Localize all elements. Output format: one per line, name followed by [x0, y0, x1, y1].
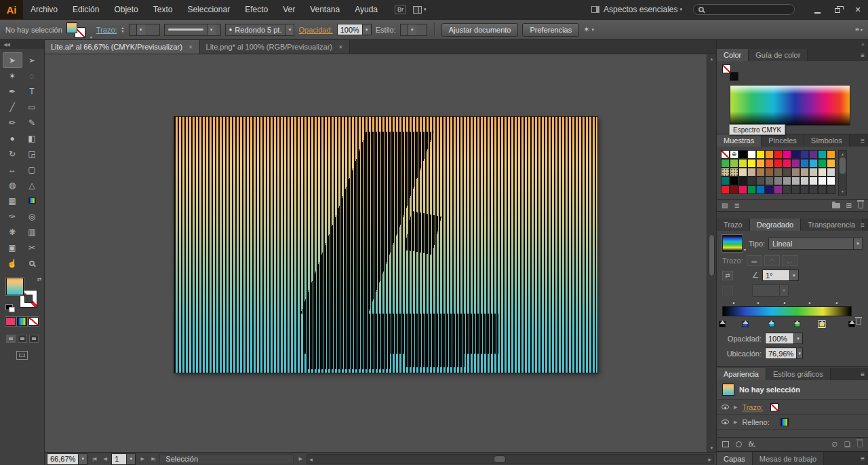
none-button[interactable]: [28, 317, 39, 326]
draw-behind-button[interactable]: [18, 335, 27, 343]
search-field[interactable]: [693, 4, 795, 15]
swatch[interactable]: [756, 176, 765, 185]
add-new-fill-icon[interactable]: [736, 441, 742, 447]
menu-seleccionar[interactable]: Seleccionar: [180, 0, 237, 20]
gradient-location-combo[interactable]: 76,96% ▾: [765, 348, 803, 359]
swatch[interactable]: [765, 168, 774, 176]
swatch[interactable]: [730, 185, 738, 194]
disclosure-triangle-icon[interactable]: ▶: [734, 405, 737, 410]
menu-ventana[interactable]: Ventana: [302, 0, 347, 20]
menu-objeto[interactable]: Objeto: [106, 0, 145, 20]
swatch[interactable]: [783, 159, 791, 168]
chevron-down-icon[interactable]: ▾: [793, 333, 802, 343]
close-tab-icon[interactable]: ✕: [189, 44, 193, 50]
swatch[interactable]: [765, 150, 774, 159]
swatch[interactable]: [721, 185, 730, 194]
opacity-link[interactable]: Opacidad:: [298, 26, 332, 34]
panel-menu-icon[interactable]: ≡: [861, 368, 865, 380]
draw-normal-button[interactable]: [6, 335, 16, 343]
stroke-weight-combo[interactable]: ▾: [129, 24, 160, 36]
swatch[interactable]: [721, 168, 730, 176]
fill-swatch[interactable]: [66, 22, 77, 33]
swatches-scroll-thumb[interactable]: [840, 157, 846, 174]
tab-transparencia[interactable]: Transparencia: [801, 219, 863, 231]
swatch[interactable]: [791, 150, 800, 159]
tab-muestras[interactable]: Muestras: [717, 134, 762, 147]
swatch[interactable]: [818, 168, 827, 176]
tool-rotate[interactable]: ↻: [3, 146, 22, 162]
tool-eraser[interactable]: ◧: [22, 130, 42, 146]
swatch[interactable]: [809, 168, 818, 176]
chevron-down-icon[interactable]: ▾: [362, 24, 371, 35]
tab-capas[interactable]: Capas: [717, 452, 753, 465]
horizontal-scrollbar[interactable]: ◀ ▶: [307, 454, 714, 464]
swatch[interactable]: [747, 159, 756, 168]
tool-gradient[interactable]: [22, 193, 42, 208]
gradient-thumbnail[interactable]: [722, 235, 743, 252]
tool-shape-builder[interactable]: ◍: [3, 177, 22, 193]
swatch[interactable]: [765, 185, 774, 194]
gradient-midpoint[interactable]: [756, 301, 761, 305]
swatch[interactable]: [730, 176, 738, 185]
swatch[interactable]: [730, 159, 738, 168]
gradient-midpoint[interactable]: [732, 301, 736, 305]
tool-zoom[interactable]: [22, 255, 42, 271]
menu-archivo[interactable]: Archivo: [23, 0, 65, 20]
fill-swatch[interactable]: [722, 64, 731, 73]
duplicate-item-icon[interactable]: ❏: [844, 441, 850, 448]
swatch[interactable]: [765, 159, 774, 168]
tool-slice[interactable]: ✂: [22, 240, 42, 255]
tool-eyedropper[interactable]: ✑: [3, 208, 22, 224]
gradient-ramp[interactable]: [722, 306, 852, 316]
swatch[interactable]: [791, 159, 800, 168]
zoom-combo[interactable]: 66,67% ▾: [47, 453, 87, 465]
fill-color-swatch[interactable]: [6, 278, 24, 295]
width-profile-combo[interactable]: ▾: [164, 24, 221, 36]
swatch[interactable]: [721, 150, 730, 159]
swatch[interactable]: [774, 176, 783, 185]
swatch[interactable]: [809, 176, 818, 185]
swatch[interactable]: [800, 176, 809, 185]
swatch[interactable]: [818, 159, 827, 168]
minimize-button[interactable]: [807, 0, 827, 20]
panel-menu-icon[interactable]: ≡: [861, 219, 865, 231]
swatch[interactable]: [783, 176, 791, 185]
swatch[interactable]: [774, 168, 783, 176]
collapse-panels-icon[interactable]: ≡: [861, 41, 865, 48]
chevron-down-icon[interactable]: ▾: [789, 270, 798, 280]
swap-fill-stroke-icon[interactable]: ⇄: [37, 276, 42, 282]
tab-estilos-gr-ficos[interactable]: Estilos gráficos: [766, 368, 831, 380]
vertical-scrollbar[interactable]: ▲ ▼: [707, 54, 716, 452]
scroll-right-icon[interactable]: ▶: [708, 457, 711, 462]
stroke-gradient-within-button[interactable]: ▬: [747, 255, 762, 266]
chevron-down-icon[interactable]: ▾: [136, 24, 145, 35]
tool-artboard[interactable]: ▣: [3, 240, 22, 255]
tab-s-mbolos[interactable]: Símbolos: [804, 134, 850, 147]
swatch-libraries-icon[interactable]: ▤: [722, 202, 728, 209]
tool-pencil[interactable]: ✎: [22, 115, 42, 130]
swatch[interactable]: [791, 176, 800, 185]
swatch[interactable]: [747, 150, 756, 159]
swatch-kinds-icon[interactable]: ≣: [734, 202, 739, 209]
select-similar-button[interactable]: ✶ ▾: [583, 25, 594, 34]
swatch[interactable]: [827, 159, 835, 168]
opacity-combo[interactable]: 100%▾: [337, 24, 372, 35]
draw-inside-button[interactable]: [29, 335, 39, 343]
chevron-down-icon[interactable]: ▾: [744, 247, 746, 252]
menu-texto[interactable]: Texto: [146, 0, 180, 20]
tool-perspective-grid[interactable]: △: [22, 177, 42, 193]
tool-blend[interactable]: ◎: [22, 208, 42, 224]
appearance-stroke-row[interactable]: ▶ Trazo:: [717, 400, 868, 415]
gradient-midpoint[interactable]: [834, 301, 839, 305]
tool-symbol-sprayer[interactable]: ❋: [3, 224, 22, 240]
gradient-stop[interactable]: [794, 321, 800, 327]
gradient-stop[interactable]: [743, 321, 749, 327]
swatch[interactable]: [738, 185, 747, 194]
close-tab-icon[interactable]: ✕: [338, 44, 343, 50]
delete-stop-icon[interactable]: [856, 319, 861, 325]
chevron-down-icon[interactable]: ▾: [126, 454, 135, 464]
stroke-gradient-across-button[interactable]: ◡: [782, 255, 797, 266]
tool-paintbrush[interactable]: ✏: [3, 115, 22, 130]
swatch[interactable]: [800, 168, 809, 176]
swatch[interactable]: [765, 176, 774, 185]
